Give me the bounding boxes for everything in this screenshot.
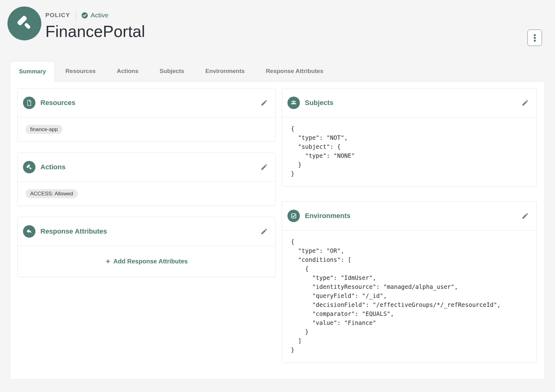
- resources-card: Resources finance-app: [17, 88, 276, 142]
- document-icon: [23, 97, 35, 109]
- edit-environments-button[interactable]: [521, 212, 529, 220]
- subjects-json: { "type": "NOT", "subject": { "type": "N…: [282, 117, 536, 186]
- response-attributes-card: Response Attributes: [17, 217, 276, 277]
- tab-response-attributes[interactable]: Response Attributes: [255, 61, 334, 81]
- plus-icon: [105, 259, 111, 264]
- check-circle-icon: [81, 12, 88, 19]
- header-divider: [76, 10, 76, 21]
- edit-subjects-button[interactable]: [521, 99, 529, 107]
- users-group-icon: [287, 97, 300, 109]
- policy-avatar: [7, 7, 41, 40]
- resources-card-title: Resources: [40, 99, 76, 107]
- summary-panel: Resources finance-app: [10, 81, 545, 380]
- add-response-attributes-label: Add Response Attributes: [113, 258, 188, 265]
- edit-resources-button[interactable]: [260, 99, 268, 107]
- environments-card-title: Environments: [305, 212, 351, 220]
- action-tag: ACCESS: Allowed: [25, 189, 78, 198]
- tab-resources[interactable]: Resources: [55, 61, 106, 81]
- tab-summary[interactable]: Summary: [10, 61, 55, 81]
- response-attributes-card-title: Response Attributes: [40, 227, 107, 235]
- reply-arrow-icon: [23, 225, 35, 238]
- add-response-attributes-link[interactable]: Add Response Attributes: [105, 258, 188, 265]
- pencil-icon: [260, 163, 268, 171]
- actions-card-title: Actions: [40, 163, 66, 171]
- tab-bar: Summary Resources Actions Subjects Envir…: [10, 61, 545, 81]
- environments-json: { "type": "OR", "conditions": [ { "type"…: [282, 230, 536, 362]
- check-square-icon: [287, 210, 300, 222]
- tab-actions[interactable]: Actions: [106, 61, 149, 81]
- tab-environments[interactable]: Environments: [195, 61, 255, 81]
- tab-subjects[interactable]: Subjects: [149, 61, 195, 81]
- more-options-button[interactable]: [527, 30, 542, 46]
- pencil-icon: [260, 99, 268, 107]
- status-badge: Active: [81, 11, 108, 19]
- edit-actions-button[interactable]: [260, 163, 268, 171]
- page-header: POLICY Active FinancePortal: [0, 0, 555, 61]
- pencil-icon: [521, 99, 529, 107]
- edit-response-attributes-button[interactable]: [260, 228, 268, 235]
- gavel-icon: [23, 161, 35, 173]
- page-title: FinancePortal: [45, 23, 145, 40]
- actions-card: Actions ACCESS: Allowed: [17, 153, 276, 206]
- environments-card: Environments { "type": "OR", "conditions…: [282, 201, 537, 363]
- kebab-vertical-icon: [534, 34, 536, 42]
- gavel-icon: [16, 14, 34, 33]
- status-label: Active: [91, 11, 108, 19]
- pencil-icon: [521, 212, 529, 220]
- subjects-card-title: Subjects: [305, 99, 333, 107]
- resource-tag: finance-app: [25, 125, 62, 134]
- policy-type-label: POLICY: [45, 12, 70, 19]
- pencil-icon: [260, 228, 268, 235]
- subjects-card: Subjects { "type": "NOT", "subject": { "…: [282, 88, 537, 187]
